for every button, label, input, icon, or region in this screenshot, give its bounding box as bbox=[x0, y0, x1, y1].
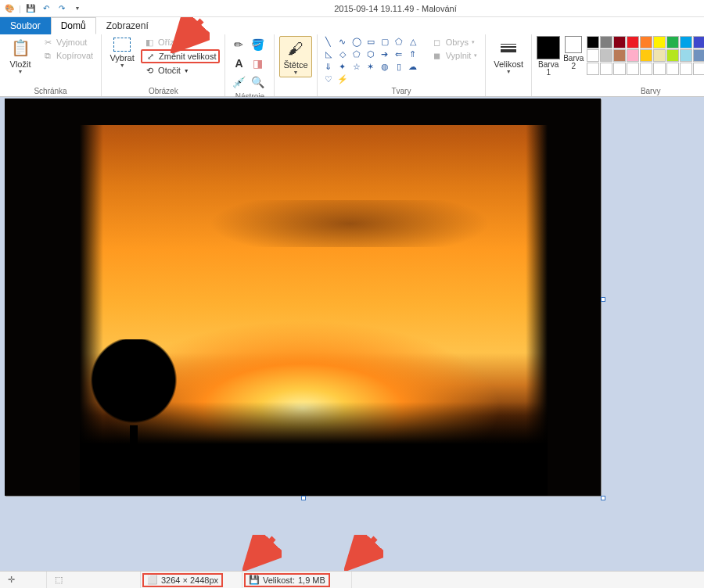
shape-roundrect[interactable]: ▢ bbox=[379, 36, 391, 47]
shape-star6[interactable]: ✶ bbox=[365, 61, 377, 72]
shape-line[interactable]: ╲ bbox=[322, 36, 335, 47]
shape-rtriangle[interactable]: ◺ bbox=[322, 48, 335, 59]
copy-icon: ⧉ bbox=[42, 50, 53, 61]
palette-color[interactable] bbox=[613, 49, 626, 62]
shape-lightning[interactable]: ⚡ bbox=[336, 74, 349, 84]
shape-triangle[interactable]: △ bbox=[407, 36, 419, 47]
shapes-gallery[interactable]: ╲ ∿ ◯ ▭ ▢ ⬠ △ ◺ ◇ ⬠ ⬡ ➔ ⇐ ⇑ ⇓ ✦ ☆ ✶ ◍ ▯ bbox=[322, 36, 426, 84]
shape-hexagon[interactable]: ⬡ bbox=[365, 48, 377, 59]
group-size: Velikost ▼ bbox=[486, 34, 532, 96]
ribbon-tabs: Soubor Domů Zobrazení bbox=[0, 17, 704, 34]
rotate-icon: ⟲ bbox=[144, 65, 155, 76]
cut-button[interactable]: ✂ Vyjmout bbox=[39, 36, 96, 48]
shape-diamond[interactable]: ◇ bbox=[336, 48, 349, 59]
palette-color[interactable] bbox=[587, 63, 599, 75]
shape-polygon[interactable]: ⬠ bbox=[393, 36, 405, 47]
palette-color[interactable] bbox=[693, 36, 704, 48]
color-2-swatch bbox=[565, 36, 582, 53]
shape-arrow-r[interactable]: ➔ bbox=[379, 48, 391, 59]
size-button[interactable]: Velikost ▼ bbox=[490, 36, 526, 76]
shape-callout-round[interactable]: ◍ bbox=[379, 61, 391, 72]
app-icon[interactable]: 🎨 bbox=[3, 2, 16, 15]
shape-curve[interactable]: ∿ bbox=[336, 36, 349, 47]
palette-color[interactable] bbox=[627, 49, 639, 62]
shape-callout-cloud[interactable]: ☁ bbox=[407, 61, 419, 72]
palette-color[interactable] bbox=[600, 36, 612, 48]
color-1-well[interactable]: Barva 1 bbox=[537, 36, 560, 77]
image-dimensions: ⬜ 3264 × 2448px bbox=[141, 572, 242, 588]
palette-color[interactable] bbox=[653, 36, 666, 48]
resize-handle[interactable] bbox=[601, 496, 605, 500]
save-icon[interactable]: 💾 bbox=[24, 2, 37, 15]
palette-color[interactable] bbox=[666, 63, 679, 75]
palette-color[interactable] bbox=[653, 63, 666, 75]
shape-rect[interactable]: ▭ bbox=[365, 36, 377, 47]
shape-arrow-u[interactable]: ⇑ bbox=[407, 48, 419, 59]
resize-button[interactable]: ⤢ Změnit velikost bbox=[141, 49, 220, 63]
brushes-button[interactable]: 🖌 Štětce ▼ bbox=[279, 36, 311, 77]
palette-color[interactable] bbox=[640, 49, 652, 62]
quick-access-toolbar: 🎨 | 💾 ↶ ↷ ▼ bbox=[0, 2, 87, 15]
shape-arrow-l[interactable]: ⇐ bbox=[393, 48, 405, 59]
crosshair-icon: ✛ bbox=[8, 575, 15, 585]
color-2-well[interactable]: Barva 2 bbox=[563, 36, 584, 70]
image-content bbox=[5, 99, 601, 496]
shape-oval[interactable]: ◯ bbox=[350, 36, 363, 47]
tab-home[interactable]: Domů bbox=[51, 17, 96, 34]
palette-color[interactable] bbox=[666, 49, 679, 62]
shape-pentagon[interactable]: ⬠ bbox=[350, 48, 363, 59]
shape-outline-button[interactable]: ◻ Obrys ▾ bbox=[429, 36, 481, 48]
palette-color[interactable] bbox=[653, 49, 666, 62]
paste-button[interactable]: 📋 Vložit ▼ bbox=[5, 36, 36, 76]
tab-view[interactable]: Zobrazení bbox=[96, 17, 159, 34]
group-tools: ✏ 🪣 A ◨ 💉 🔍 Nástroje bbox=[225, 34, 275, 96]
tab-file[interactable]: Soubor bbox=[0, 17, 51, 34]
eraser-tool[interactable]: ◨ bbox=[249, 55, 266, 72]
palette-color[interactable] bbox=[587, 49, 599, 62]
color-1-swatch bbox=[537, 36, 560, 59]
canvas[interactable] bbox=[5, 99, 601, 496]
magnifier-tool[interactable]: 🔍 bbox=[249, 74, 266, 91]
shape-fill-button[interactable]: ◼ Vyplnit ▾ bbox=[429, 49, 481, 62]
palette-color[interactable] bbox=[693, 63, 704, 75]
shape-arrow-d[interactable]: ⇓ bbox=[322, 61, 335, 72]
redo-icon[interactable]: ↷ bbox=[56, 2, 68, 15]
text-tool[interactable]: A bbox=[230, 55, 247, 72]
undo-icon[interactable]: ↶ bbox=[40, 2, 52, 15]
rotate-button[interactable]: ⟲ Otočit ▼ bbox=[141, 64, 220, 77]
palette-color[interactable] bbox=[680, 36, 692, 48]
selection-size-icon: ⬚ bbox=[55, 575, 63, 585]
crop-button[interactable]: ◧ Oříznout bbox=[141, 36, 220, 48]
copy-button[interactable]: ⧉ Kopírovat bbox=[39, 49, 96, 62]
fill-tool[interactable]: 🪣 bbox=[249, 36, 266, 53]
qat-dropdown-icon[interactable]: ▼ bbox=[71, 2, 84, 15]
palette-color[interactable] bbox=[600, 63, 612, 75]
color-palette bbox=[587, 36, 704, 75]
palette-color[interactable] bbox=[627, 36, 639, 48]
group-colors: Barva 1 Barva 2 Upravit barvy Barvy bbox=[532, 34, 704, 96]
shape-callout-rect[interactable]: ▯ bbox=[393, 61, 405, 72]
select-button[interactable]: Vybrat ▼ bbox=[106, 36, 138, 70]
shape-heart[interactable]: ♡ bbox=[322, 74, 335, 84]
palette-color[interactable] bbox=[627, 63, 639, 75]
pencil-tool[interactable]: ✏ bbox=[230, 36, 247, 53]
palette-color[interactable] bbox=[693, 49, 704, 62]
resize-handle[interactable] bbox=[601, 297, 605, 302]
palette-color[interactable] bbox=[613, 63, 626, 75]
palette-color[interactable] bbox=[587, 36, 599, 48]
palette-color[interactable] bbox=[666, 36, 679, 48]
scissors-icon: ✂ bbox=[42, 37, 53, 48]
group-clipboard: 📋 Vložit ▼ ✂ Vyjmout ⧉ Kopírovat Schránk… bbox=[0, 34, 102, 96]
palette-color[interactable] bbox=[680, 63, 692, 75]
canvas-area[interactable] bbox=[0, 97, 704, 571]
palette-color[interactable] bbox=[600, 49, 612, 62]
resize-handle[interactable] bbox=[301, 496, 306, 500]
shape-star5[interactable]: ☆ bbox=[350, 61, 363, 72]
palette-color[interactable] bbox=[640, 63, 652, 75]
shape-star4[interactable]: ✦ bbox=[336, 61, 349, 72]
palette-color[interactable] bbox=[640, 36, 652, 48]
title-bar: 🎨 | 💾 ↶ ↷ ▼ 2015-09-14 19.11.49 - Malová… bbox=[0, 0, 704, 17]
picker-tool[interactable]: 💉 bbox=[230, 74, 247, 91]
palette-color[interactable] bbox=[613, 36, 626, 48]
palette-color[interactable] bbox=[680, 49, 692, 62]
